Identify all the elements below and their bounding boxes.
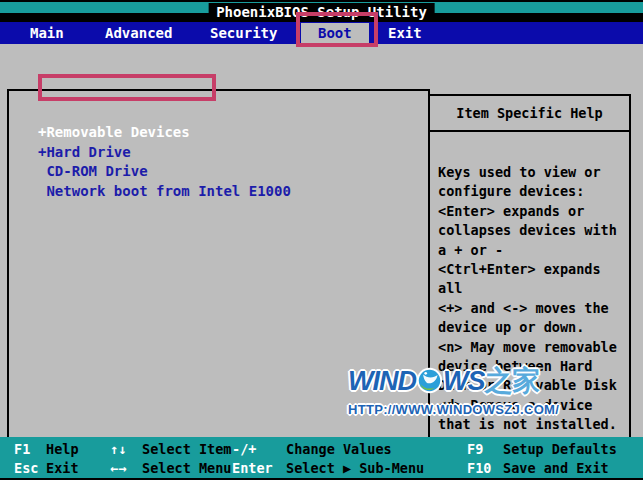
help-text-line: collapses devices with bbox=[438, 221, 627, 240]
help-text-line: <n> May move removable bbox=[438, 338, 627, 357]
footer-key-description: Select ▶ Sub-Menu bbox=[286, 460, 424, 476]
footer-key-description: Change Values bbox=[286, 441, 392, 457]
footer-key-description: Save and Exit bbox=[503, 460, 609, 476]
boot-device-item[interactable]: +Hard Drive bbox=[38, 143, 291, 163]
help-text-line: <Ctrl+Enter> expands bbox=[438, 260, 627, 279]
boot-device-item[interactable]: Network boot from Intel E1000 bbox=[38, 182, 291, 202]
help-text-line: configure devices: bbox=[438, 182, 627, 201]
boot-device-item[interactable]: +Removable Devices bbox=[38, 123, 291, 143]
watermark: WIND WS之家 HTTP://WWW.WINDOWSZJ.COM/ bbox=[348, 362, 559, 417]
help-text-line: a + or - bbox=[438, 241, 627, 260]
globe-icon bbox=[416, 367, 443, 394]
help-text-line: device up or down. bbox=[438, 318, 627, 337]
boot-device-item[interactable]: CD-ROM Drive bbox=[38, 162, 291, 182]
help-panel-title: Item Specific Help bbox=[430, 96, 629, 132]
annotation-box-boot-tab bbox=[296, 12, 378, 47]
help-text-line: Keys used to view or bbox=[438, 163, 627, 182]
footer-key: Esc bbox=[14, 460, 38, 476]
menu-tab-security[interactable]: Security bbox=[210, 22, 277, 44]
footer-key: -/+ bbox=[232, 441, 256, 457]
watermark-text-wind: WIND bbox=[348, 366, 416, 396]
help-text-line: all bbox=[438, 279, 627, 298]
watermark-text-cn: 之家 bbox=[484, 364, 540, 397]
watermark-url: HTTP://WWW.WINDOWSZJ.COM/ bbox=[348, 402, 559, 417]
bios-screen: PhoenixBIOS Setup Utility MainAdvancedSe… bbox=[0, 0, 643, 480]
key-help-bar: F1Help↑↓Select Item-/+Change ValuesF9Set… bbox=[0, 437, 643, 480]
footer-key-description: Exit bbox=[46, 460, 79, 476]
watermark-text-ws: WS bbox=[443, 366, 485, 396]
footer-key-description: Select Menu bbox=[142, 460, 231, 476]
footer-key-description: Help bbox=[46, 441, 79, 457]
menu-tab-main[interactable]: Main bbox=[30, 22, 64, 44]
footer-key-description: Select Item bbox=[142, 441, 231, 457]
footer-key: F9 bbox=[467, 441, 483, 457]
menu-tab-exit[interactable]: Exit bbox=[388, 22, 422, 44]
help-text-line: that is not installed. bbox=[438, 415, 627, 434]
menu-tab-advanced[interactable]: Advanced bbox=[105, 22, 172, 44]
annotation-box-removable-devices bbox=[38, 74, 216, 101]
help-text-line: <Enter> expands or bbox=[438, 202, 627, 221]
footer-key: Enter bbox=[232, 460, 273, 476]
footer-key: ↑↓ bbox=[110, 441, 126, 457]
boot-device-list: +Removable Devices+Hard Drive CD-ROM Dri… bbox=[38, 123, 291, 202]
help-text-line: <+> and <-> moves the bbox=[438, 299, 627, 318]
footer-key: ←→ bbox=[110, 460, 126, 476]
watermark-logo: WIND WS之家 bbox=[348, 362, 559, 400]
footer-key: F1 bbox=[14, 441, 30, 457]
help-panel: Item Specific Help Keys used to view orc… bbox=[428, 94, 631, 475]
footer-key: F10 bbox=[467, 460, 491, 476]
footer-key-description: Setup Defaults bbox=[503, 441, 617, 457]
